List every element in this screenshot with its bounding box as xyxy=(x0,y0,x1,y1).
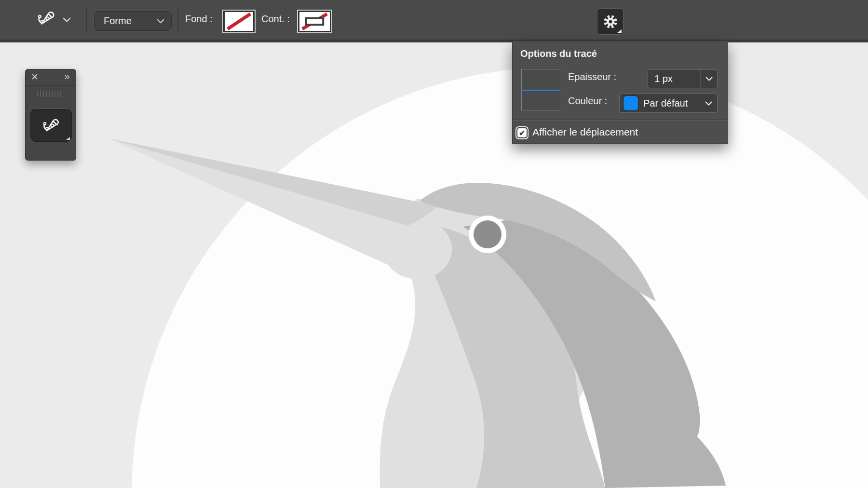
panel-divider xyxy=(513,120,728,120)
stroke-swatch[interactable] xyxy=(297,10,332,33)
fill-swatch-none-indicator xyxy=(225,12,253,31)
color-value: Par défaut xyxy=(638,98,705,109)
pen-tool-button[interactable] xyxy=(30,109,72,142)
toolbar-separator xyxy=(178,8,179,32)
path-options-panel: Options du tracé Epaisseur : 1 px Couleu… xyxy=(512,41,728,144)
application-window: Forme Fond : Cont. : xyxy=(0,0,868,488)
tool-mode-dropdown[interactable]: Forme xyxy=(94,11,172,31)
flyout-indicator-triangle xyxy=(617,29,622,33)
chevron-down-icon xyxy=(63,17,71,23)
stroke-preview-line xyxy=(522,90,560,91)
thickness-label: Epaisseur : xyxy=(568,71,616,82)
pen-tool-icon xyxy=(41,115,62,136)
thickness-dropdown[interactable]: 1 px xyxy=(648,69,718,88)
gear-icon xyxy=(602,14,619,30)
chevron-down-icon xyxy=(705,101,712,106)
panel-drag-grip[interactable] xyxy=(37,91,65,97)
document-canvas[interactable] xyxy=(0,42,868,488)
close-icon[interactable]: ✕ xyxy=(31,71,39,82)
tool-mode-value: Forme xyxy=(104,15,132,27)
chevron-down-icon xyxy=(157,19,164,24)
stroke-preview-box xyxy=(521,69,561,110)
chevron-down-icon xyxy=(701,70,717,88)
bird-artwork xyxy=(0,42,868,488)
flyout-indicator-triangle xyxy=(66,137,70,140)
thickness-value: 1 px xyxy=(648,73,701,84)
color-swatch xyxy=(624,96,638,110)
color-dropdown[interactable]: Par défaut xyxy=(619,94,718,113)
active-tool-button[interactable] xyxy=(36,8,80,32)
tool-options-bar: Forme Fond : Cont. : xyxy=(0,0,868,42)
pen-tool-icon xyxy=(36,8,58,32)
fill-swatch[interactable] xyxy=(222,10,256,33)
fill-label: Fond : xyxy=(185,14,213,25)
path-options-gear-button[interactable] xyxy=(597,8,624,35)
floating-tool-panel: ✕ » xyxy=(25,69,76,161)
toolbar-separator xyxy=(86,8,87,32)
stroke-label: Cont. : xyxy=(261,14,290,25)
bird-eye-iris xyxy=(474,220,502,248)
color-label: Couleur : xyxy=(568,95,607,107)
stroke-swatch-none-indicator xyxy=(299,12,330,31)
show-displacement-label: Afficher le déplacement xyxy=(532,126,638,138)
floating-panel-header[interactable]: ✕ » xyxy=(26,69,76,86)
panel-title: Options du tracé xyxy=(520,48,597,59)
checkmark-icon: ✔ xyxy=(519,129,525,136)
show-displacement-checkbox[interactable]: ✔ xyxy=(516,127,528,138)
expand-panel-icon[interactable]: » xyxy=(64,70,69,82)
